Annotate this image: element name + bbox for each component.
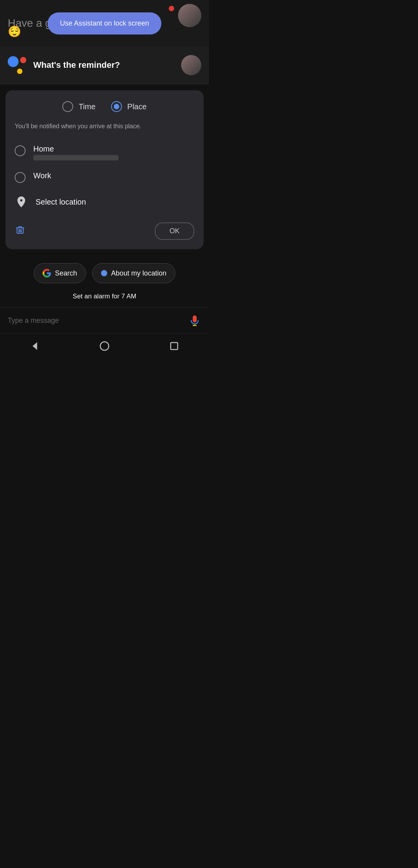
add-location-icon bbox=[15, 195, 28, 208]
assistant-question: What's the reminder? bbox=[33, 60, 174, 70]
emoji-icon: 😌 bbox=[8, 25, 21, 38]
alarm-suggestion[interactable]: Set an alarm for 7 AM bbox=[0, 287, 209, 307]
bottom-chips: Search About my location bbox=[0, 255, 209, 287]
time-place-selector: Time Place bbox=[15, 101, 194, 112]
google-dot-red bbox=[20, 57, 26, 63]
back-nav-icon[interactable] bbox=[29, 341, 40, 354]
home-text-group: Home bbox=[33, 145, 118, 160]
search-chip-label: Search bbox=[55, 269, 77, 277]
svg-marker-7 bbox=[33, 342, 37, 350]
home-sublabel bbox=[33, 155, 118, 160]
recent-nav-icon[interactable] bbox=[169, 341, 180, 354]
work-text-group: Work bbox=[33, 171, 51, 180]
message-input-placeholder[interactable]: Type a message bbox=[8, 317, 183, 325]
notify-text: You'll be notified when you arrive at th… bbox=[15, 123, 194, 130]
avatar-small bbox=[181, 55, 201, 75]
location-chip-label: About my location bbox=[111, 269, 166, 277]
svg-point-8 bbox=[100, 342, 109, 350]
home-label: Home bbox=[33, 145, 118, 153]
home-nav-icon[interactable] bbox=[99, 341, 110, 354]
card-footer: OK bbox=[15, 222, 194, 240]
google-icon bbox=[43, 269, 51, 277]
ok-button[interactable]: OK bbox=[155, 222, 194, 240]
nav-bar bbox=[0, 333, 209, 361]
place-radio-circle bbox=[111, 101, 122, 112]
work-label: Work bbox=[33, 171, 51, 180]
top-bar: Have a g Use Assistant on lock screen 😌 bbox=[0, 0, 209, 46]
location-chip[interactable]: About my location bbox=[92, 263, 175, 283]
assistant-header: What's the reminder? bbox=[0, 46, 209, 84]
home-radio bbox=[15, 145, 26, 156]
work-radio bbox=[15, 172, 26, 183]
place-radio-label: Place bbox=[127, 102, 147, 111]
select-location-label: Select location bbox=[36, 198, 86, 207]
google-dot-blue bbox=[8, 56, 19, 67]
select-location-row[interactable]: Select location bbox=[15, 188, 194, 215]
google-logo bbox=[8, 56, 26, 74]
avatar-top[interactable] bbox=[178, 4, 201, 27]
time-radio-option[interactable]: Time bbox=[62, 101, 96, 112]
trash-icon[interactable] bbox=[15, 224, 26, 238]
google-dot-yellow bbox=[17, 69, 22, 74]
notification-dot bbox=[169, 6, 174, 11]
time-radio-label: Time bbox=[79, 102, 96, 111]
microphone-icon[interactable] bbox=[188, 314, 201, 327]
search-chip[interactable]: Search bbox=[34, 263, 86, 283]
input-bar: Type a message bbox=[0, 307, 209, 333]
home-option[interactable]: Home bbox=[15, 139, 194, 166]
lock-screen-button[interactable]: Use Assistant on lock screen bbox=[48, 12, 161, 34]
svg-rect-9 bbox=[171, 343, 178, 350]
place-radio-option[interactable]: Place bbox=[111, 101, 147, 112]
work-option[interactable]: Work bbox=[15, 166, 194, 188]
location-dot-icon bbox=[101, 270, 107, 276]
main-card: Time Place You'll be notified when you a… bbox=[5, 90, 204, 249]
time-radio-circle bbox=[62, 101, 73, 112]
